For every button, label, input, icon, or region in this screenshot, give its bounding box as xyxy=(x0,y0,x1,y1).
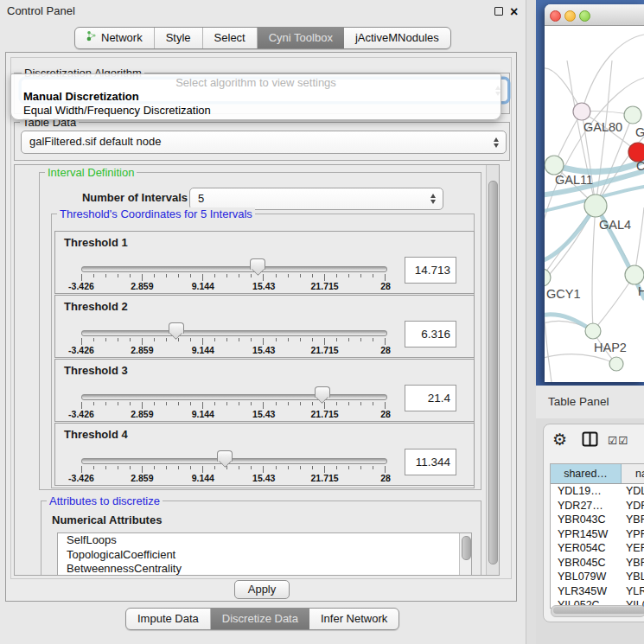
tab-infer-network[interactable]: Infer Network xyxy=(309,609,399,629)
tick-label: 9.144 xyxy=(192,281,214,291)
threshold-value-box[interactable]: 21.4 xyxy=(405,385,456,411)
threshold-label: Threshold 4 xyxy=(64,428,128,441)
tab-jactivemnodules[interactable]: jActiveMNodules xyxy=(344,28,450,48)
network-node[interactable] xyxy=(573,103,590,120)
control-panel-titlebar: Control Panel × xyxy=(0,0,526,22)
table-panel-titlebar: Table Panel xyxy=(536,386,644,418)
tab-select-label: Select xyxy=(214,28,245,48)
slider-track[interactable] xyxy=(81,330,387,336)
table-row[interactable]: YBR045CYBR0 xyxy=(551,556,644,571)
network-nodes[interactable]: GAL80GACGAL11GAL4GCY1HHAP2 xyxy=(545,103,644,371)
column-header-shared-name[interactable]: shared… xyxy=(551,464,622,483)
tick-label: 2.859 xyxy=(131,281,153,291)
gear-icon[interactable]: ⚙ xyxy=(552,430,567,450)
tick-label: -3.426 xyxy=(68,281,94,291)
tab-cyni-toolbox[interactable]: Cyni Toolbox xyxy=(258,28,344,48)
network-canvas[interactable]: GAL80GACGAL11GAL4GCY1HHAP2 xyxy=(545,26,644,382)
tick-label: 21.715 xyxy=(311,409,339,419)
minimize-traffic-light[interactable] xyxy=(564,10,576,22)
slider-track[interactable] xyxy=(81,266,387,272)
network-node-label: C xyxy=(636,159,644,173)
cell-name: YDR2 xyxy=(622,499,644,513)
network-node[interactable] xyxy=(585,323,601,339)
threshold-value-box[interactable]: 11.344 xyxy=(405,449,456,475)
cell-shared-name: YPR145W xyxy=(551,527,622,542)
tick-label: 15.43 xyxy=(252,409,275,419)
table-row[interactable]: YLR345WYLR3 xyxy=(551,584,644,599)
attributes-scrollbar-thumb[interactable] xyxy=(462,536,471,560)
network-node[interactable] xyxy=(584,194,607,217)
settings-vertical-scrollbar[interactable] xyxy=(486,165,499,575)
network-node[interactable] xyxy=(609,357,623,371)
network-node[interactable] xyxy=(624,106,641,124)
table-row[interactable]: YBL079WYBL0 xyxy=(551,570,644,584)
tab-style[interactable]: Style xyxy=(155,28,203,48)
tab-impute-data[interactable]: Impute Data xyxy=(126,609,211,629)
apply-button[interactable]: Apply xyxy=(234,580,290,599)
slider-ticks xyxy=(81,466,386,474)
panel-title: Control Panel xyxy=(7,0,75,22)
attributes-list-scrollbar[interactable] xyxy=(459,533,471,576)
zoom-traffic-light[interactable] xyxy=(579,10,590,22)
dropdown-option-manual[interactable]: Manual Discretization xyxy=(11,90,501,104)
attributes-group: Attributes to discretize Numerical Attri… xyxy=(41,501,481,576)
threshold-panel: Threshold 2-3.4262.8599.14415.4321.71528… xyxy=(54,295,475,358)
slider-track[interactable] xyxy=(81,394,387,400)
dropdown-hint: Select algorithm to view settings xyxy=(11,74,501,90)
attribute-item[interactable]: BetweennessCentrality xyxy=(58,562,471,576)
tick-label: 28 xyxy=(380,409,391,419)
network-window-titlebar[interactable] xyxy=(545,4,644,26)
tick-label: 28 xyxy=(380,281,391,291)
table-row[interactable]: YDL19…YDL1 xyxy=(551,484,644,499)
table-row[interactable]: YER054CYER0 xyxy=(551,541,644,556)
number-of-intervals-value: 5 xyxy=(198,188,204,208)
network-node[interactable] xyxy=(545,269,551,286)
close-traffic-light[interactable] xyxy=(550,10,561,22)
threshold-panel: Threshold 1-3.4262.8599.14415.4321.71528… xyxy=(54,231,475,294)
close-icon[interactable]: × xyxy=(510,1,518,23)
tab-network[interactable]: Network xyxy=(75,28,155,48)
slider-thumb[interactable] xyxy=(217,450,233,462)
column-header-name[interactable]: na xyxy=(622,464,644,483)
table-row[interactable]: YBR043CYBR0 xyxy=(551,513,644,527)
threshold-label: Threshold 2 xyxy=(64,300,128,313)
tab-discretize-data[interactable]: Discretize Data xyxy=(211,609,309,629)
network-node-label: H xyxy=(638,284,644,298)
slider-track[interactable] xyxy=(81,458,387,464)
tick-label: 15.43 xyxy=(252,281,275,291)
float-window-icon[interactable] xyxy=(494,7,503,16)
network-node[interactable] xyxy=(545,156,564,175)
table-hscrollbar-thumb[interactable] xyxy=(553,607,644,614)
slider-thumb[interactable] xyxy=(250,258,265,270)
attribute-item[interactable]: SelfLoops xyxy=(58,533,471,548)
tab-cyni-toolbox-label: Cyni Toolbox xyxy=(269,28,333,48)
number-of-intervals-label: Number of Intervals xyxy=(49,188,188,208)
slider-thumb[interactable] xyxy=(315,386,330,398)
tick-label: 2.859 xyxy=(131,345,153,355)
table-panel-title: Table Panel xyxy=(548,395,609,408)
table-horizontal-scrollbar[interactable] xyxy=(551,605,644,617)
network-node-label: GAL80 xyxy=(583,120,622,134)
slider-thumb[interactable] xyxy=(169,322,184,334)
threshold-value-box[interactable]: 14.713 xyxy=(405,257,456,284)
split-columns-icon[interactable] xyxy=(582,431,599,448)
tab-select[interactable]: Select xyxy=(203,28,258,48)
network-node[interactable] xyxy=(625,265,644,284)
combo-arrows-icon xyxy=(430,194,436,204)
cell-name: YPR1 xyxy=(622,527,644,542)
network-icon xyxy=(86,28,97,48)
table-data-combobox[interactable]: galFiltered.sif default node xyxy=(21,131,507,154)
tick-label: 21.715 xyxy=(311,281,339,291)
cell-name: YBL0 xyxy=(622,570,644,584)
numerical-attributes-list[interactable]: SelfLoopsTopologicalCoefficientBetweenne… xyxy=(57,532,472,576)
tick-label: 2.859 xyxy=(131,473,153,483)
settings-scrollbar-thumb[interactable] xyxy=(488,181,498,564)
threshold-value-box[interactable]: 6.316 xyxy=(405,321,456,348)
select-columns-icon[interactable]: ☑☑ xyxy=(608,434,628,447)
attributes-items: SelfLoopsTopologicalCoefficientBetweenne… xyxy=(58,533,471,576)
table-row[interactable]: YDR27…YDR2 xyxy=(551,499,644,513)
dropdown-option-equal-width[interactable]: Equal Width/Frequency Discretization xyxy=(11,104,501,118)
attribute-item[interactable]: TopologicalCoefficient xyxy=(58,548,471,563)
network-graph: GAL80GACGAL11GAL4GCY1HHAP2 xyxy=(545,26,644,382)
table-row[interactable]: YPR145WYPR1 xyxy=(551,527,644,542)
